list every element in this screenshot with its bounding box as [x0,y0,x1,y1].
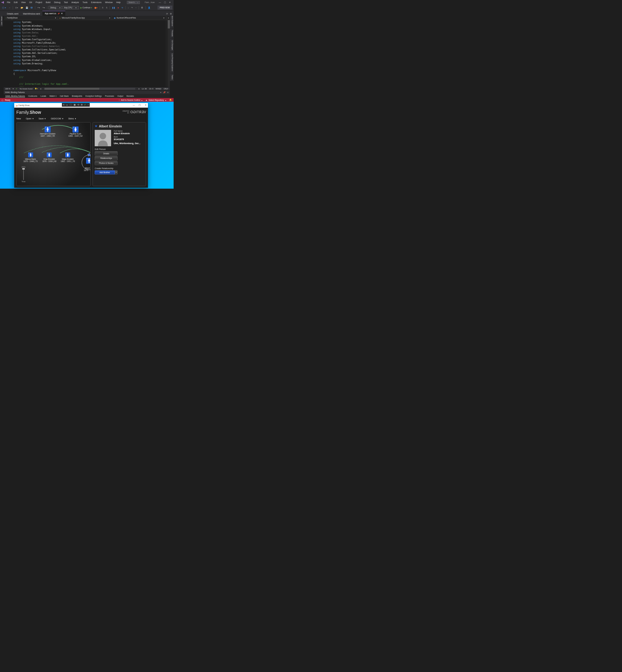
menu-debug[interactable]: Debug [53,1,62,4]
config-dropdown[interactable]: Debug▾ [48,6,62,9]
step-over-icon[interactable]: ↷ [130,6,134,9]
settings-icon[interactable]: ⚙ [170,13,172,15]
person-hermann[interactable]: 🚹 Hermann Einstein 1847 - 1902 | 55 [38,127,57,137]
person-mileva[interactable]: 🚺 Mileva Maric 1875 - 1948 | 73 [22,152,40,162]
time-slider[interactable]: 2021 Time [20,166,27,182]
fsw-minimize-icon[interactable]: — [133,104,135,106]
fsw-menu-new[interactable]: New [16,117,21,120]
bell-icon[interactable]: 🔔 [169,99,172,101]
threads-tab[interactable]: Threads [170,29,174,39]
rt-icon[interactable]: ⚙ [81,104,82,106]
rt-icon[interactable]: ▭ [66,104,68,106]
pin-icon[interactable]: 📌 [58,13,60,14]
step-into-icon[interactable]: ↓ [127,6,130,9]
issues-label[interactable]: No issues found [20,88,33,90]
feedback-icon[interactable]: 👤 [147,6,151,10]
code-content[interactable]: using System; using System.Windows; usin… [13,20,166,86]
tooltab-watch1[interactable]: Watch 1 [48,94,59,98]
close-icon[interactable]: ✕ [169,1,171,4]
dropdown-icon[interactable]: ▾ [160,91,161,94]
indent-mode[interactable]: MIXED [156,88,161,90]
tooltab-breakpoints[interactable]: Breakpoints [70,94,84,98]
close-tab-icon[interactable]: ✕ [61,12,63,15]
vertical-scrollbar[interactable] [168,20,170,86]
breakpoint-icon[interactable]: ⦿ [140,6,144,9]
split-icon[interactable]: ⫞ [167,16,170,19]
pin-icon[interactable]: 📌 [163,91,166,94]
menu-test[interactable]: Test [63,1,69,4]
fsw-menu-gedcom[interactable]: GEDCOM ▾ [51,117,63,120]
menu-analyze[interactable]: Analyze [70,1,80,4]
undo-button[interactable]: ↶▾ [36,6,41,9]
fsw-menu-open[interactable]: Open ▾ [26,117,33,120]
tooltab-exception[interactable]: Exception Settings [84,94,103,98]
add-brother-button[interactable]: Add Brother ▾ [95,171,117,175]
git-changes-tab[interactable]: Git Changes [170,38,174,52]
preview-button[interactable]: PREVIEW [158,6,172,10]
tooltab-locals[interactable]: Locals [39,94,48,98]
nav-project[interactable]: ▫FamilyShow▾ [4,16,58,19]
tooltab-modules[interactable]: Modules [125,94,136,98]
pause-icon[interactable]: ❚❚ [111,6,116,9]
close-toolwin-icon[interactable]: ✕ [167,91,169,94]
step-icon2[interactable]: ⎘ [105,6,108,9]
debug-runtime-toolbar[interactable]: ⎘ ▭ ⬚ ▣ ⟲ ⚙ ✔ ‹ [62,103,90,107]
rt-icon[interactable]: ⎘ [63,104,64,106]
maximize-icon[interactable]: ▢ [164,1,166,4]
save-button[interactable]: 💾 [25,6,29,10]
tooltab-xaml[interactable]: XAML Binding Failures [4,94,27,98]
search-input[interactable]: Search... ⌕ [127,1,140,4]
tab-mainwindow-xaml[interactable]: MainWindow.xaml [21,11,42,15]
open-file-button[interactable]: 📂 [20,6,24,10]
menu-git[interactable]: Git [28,1,33,4]
hot-reload-icon[interactable]: ⬤▾ [94,6,98,9]
rt-collapse-icon[interactable]: ‹ [88,104,89,106]
menu-edit[interactable]: Edit [13,1,19,4]
lightbulb-icon[interactable]: 💡▾ [35,88,38,90]
new-item-button[interactable]: 🗋▾ [14,6,19,9]
minimize-icon[interactable]: — [159,1,161,4]
menu-file[interactable]: File [6,1,12,4]
menu-extensions[interactable]: Extensions [90,1,103,4]
live-property-tab[interactable]: Live Property Explorer [170,52,174,73]
platform-dropdown[interactable]: Any CPU▾ [63,6,79,9]
fsw-maximize-icon[interactable]: ▢ [139,104,141,106]
nav-class[interactable]: ⬥Microsoft.FamilyShow.App▾ [58,16,112,19]
horizontal-scrollbar[interactable] [44,88,135,90]
sync-icon[interactable]: ⟳ [166,13,168,15]
restart-icon[interactable]: ↻ [120,6,124,9]
line-ending[interactable]: CRLF [164,88,168,90]
tab-app-xaml-cs[interactable]: App.xaml.cs 📌 ✕ [42,11,65,15]
tooltab-processes[interactable]: Processes [103,94,116,98]
step-icon[interactable]: ⎘ [101,6,104,9]
person-albert[interactable]: 🚹 Albert Ein 1879 - 1955 [82,158,91,172]
menu-help[interactable]: Help [115,1,122,4]
menu-build[interactable]: Build [44,1,52,4]
tooltab-output[interactable]: Output [116,94,125,98]
nav-member[interactable]: ▣NumberOfRecentFiles▾ [112,16,166,19]
details-button[interactable]: Details [95,151,117,155]
fsw-close-icon[interactable]: ✕ [145,104,147,106]
fsw-menu-skins[interactable]: Skins ▾ [68,117,76,120]
back-button[interactable]: ◯ ▾ [1,6,7,9]
select-repo[interactable]: Select Repository [148,99,164,101]
menu-tools[interactable]: Tools [81,1,89,4]
forward-button[interactable]: → [7,6,11,9]
continue-button[interactable]: ▶ Continue ▾ [79,6,93,9]
menu-window[interactable]: Window [104,1,114,4]
menu-view[interactable]: View [20,1,27,4]
relationships-button[interactable]: Relationships [95,156,117,160]
photos-stories-button[interactable]: Photos & Stories [95,161,117,165]
person-maja[interactable]: 🚺 Maja Einstein 1881 - 1951 | 70 [59,152,77,162]
familyshow-titlebar[interactable]: ◪ Family.Show ⎘ ▭ ⬚ ▣ ⟲ ⚙ ✔ ‹ — ▢ ✕ [14,103,148,108]
code-editor[interactable]: using System; using System.Windows; usin… [4,20,170,86]
rt-icon[interactable]: ✔ [84,104,86,106]
tooltab-callstack[interactable]: Call Stack [58,94,70,98]
stop-icon[interactable]: ■ [117,6,120,9]
tasks-tab[interactable]: Tasks [170,73,174,81]
menu-project[interactable]: Project [34,1,44,4]
redo-button[interactable]: ↷▾ [41,6,46,9]
person-elsa[interactable]: 🚺 Elsa Einstein 1876 - 1936 | 60 [40,152,58,162]
rt-icon[interactable]: ▣ [74,104,76,106]
person-pauline[interactable]: 🚺 Pauline Koch 1858 - 1920 | 62 [66,127,85,137]
